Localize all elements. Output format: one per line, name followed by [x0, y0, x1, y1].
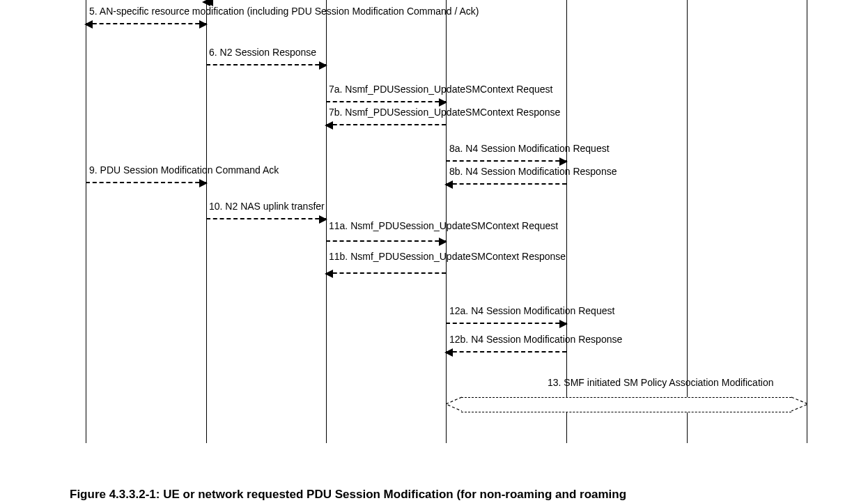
msg-11a-label: 11a. Nsmf_PDUSession_UpdateSMContext Req… [329, 220, 558, 231]
arrow-9 [86, 182, 206, 183]
arrow-13-head-left [443, 390, 463, 418]
arrow-10 [206, 218, 326, 219]
arrow-13-head-right [790, 390, 811, 418]
lifeline-2 [206, 0, 207, 443]
arrow-11b [326, 272, 446, 274]
msg-8b-label: 8b. N4 Session Modification Response [449, 166, 617, 177]
msg-13-label: 13. SMF initiated SM Policy Association … [548, 377, 773, 388]
lifeline-7 [807, 0, 807, 443]
lifeline-1 [86, 0, 86, 443]
msg-6-label: 6. N2 Session Response [209, 47, 316, 58]
arrow-8b [446, 183, 566, 185]
arrow-12b [446, 351, 566, 353]
msg-8a-label: 8a. N4 Session Modification Request [449, 143, 610, 154]
msg-12b-label: 12b. N4 Session Modification Response [449, 334, 622, 345]
msg-5-label: 5. AN-specific resource modification (in… [89, 6, 479, 17]
msg-11b-label: 11b. Nsmf_PDUSession_UpdateSMContext Res… [329, 251, 566, 262]
arrow-7a [326, 101, 446, 102]
sequence-diagram: 5. AN-specific resource modification (in… [0, 0, 868, 503]
arrow-11a [326, 240, 446, 242]
figure-caption: Figure 4.3.3.2-1: UE or network requeste… [70, 488, 626, 502]
arrow-6 [206, 64, 326, 65]
msg-10-label: 10. N2 NAS uplink transfer [209, 201, 325, 212]
msg-9-label: 9. PDU Session Modification Command Ack [89, 164, 279, 176]
msg-12a-label: 12a. N4 Session Modification Request [449, 305, 614, 316]
arrow-13-body [461, 397, 791, 412]
arrow-7b [326, 124, 446, 125]
arrow-12a [446, 323, 566, 324]
msg-7a-label: 7a. Nsmf_PDUSession_UpdateSMContext Requ… [329, 84, 552, 95]
msg-7b-label: 7b. Nsmf_PDUSession_UpdateSMContext Resp… [329, 107, 560, 118]
arrow-5 [86, 23, 206, 24]
arrow-8a [446, 160, 566, 162]
